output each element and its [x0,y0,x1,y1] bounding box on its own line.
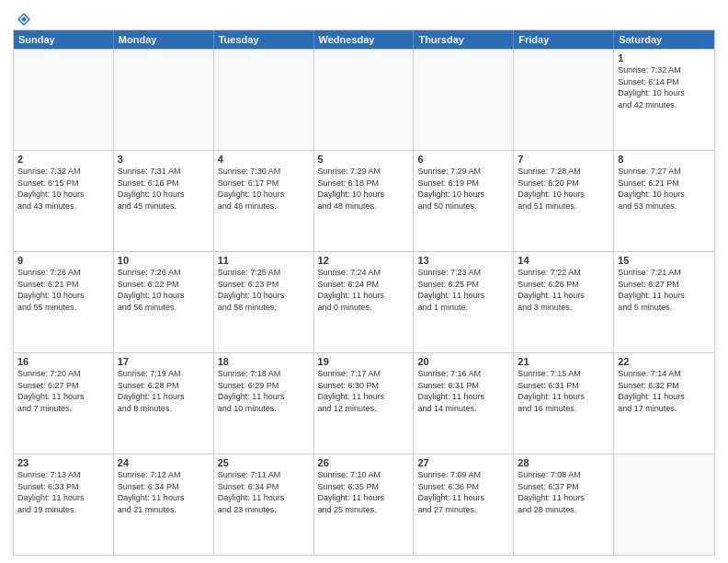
calendar-cell: 3Sunrise: 7:31 AM Sunset: 6:16 PM Daylig… [114,151,214,251]
cell-day-number: 17 [118,356,210,367]
cell-info: Sunrise: 7:26 AM Sunset: 6:21 PM Dayligh… [17,267,109,313]
cell-info: Sunrise: 7:30 AM Sunset: 6:17 PM Dayligh… [218,166,310,212]
calendar-cell [214,50,314,150]
cell-info: Sunrise: 7:29 AM Sunset: 6:18 PM Dayligh… [318,166,410,212]
weekday-header-tuesday: Tuesday [214,30,314,49]
cell-info: Sunrise: 7:23 AM Sunset: 6:25 PM Dayligh… [417,267,509,313]
calendar-cell: 9Sunrise: 7:26 AM Sunset: 6:21 PM Daylig… [14,252,114,352]
cell-day-number: 22 [618,356,711,367]
page: SundayMondayTuesdayWednesdayThursdayFrid… [0,0,728,563]
calendar-cell: 8Sunrise: 7:27 AM Sunset: 6:21 PM Daylig… [614,151,714,251]
cell-day-number: 24 [118,457,210,468]
cell-info: Sunrise: 7:19 AM Sunset: 6:28 PM Dayligh… [118,368,210,414]
calendar-cell: 1Sunrise: 7:32 AM Sunset: 6:14 PM Daylig… [614,50,714,150]
cell-day-number: 4 [218,154,310,165]
cell-day-number: 7 [518,154,609,165]
cell-info: Sunrise: 7:12 AM Sunset: 6:34 PM Dayligh… [118,469,210,515]
logo [13,11,32,24]
cell-info: Sunrise: 7:21 AM Sunset: 6:27 PM Dayligh… [618,267,711,313]
calendar-cell [114,50,214,150]
cell-info: Sunrise: 7:11 AM Sunset: 6:34 PM Dayligh… [218,469,310,515]
cell-day-number: 21 [518,356,609,367]
weekday-header-monday: Monday [114,30,214,49]
calendar-body: 1Sunrise: 7:32 AM Sunset: 6:14 PM Daylig… [14,49,714,555]
cell-info: Sunrise: 7:17 AM Sunset: 6:30 PM Dayligh… [318,368,410,414]
cell-day-number: 5 [318,154,410,165]
calendar-cell: 20Sunrise: 7:16 AM Sunset: 6:31 PM Dayli… [414,353,514,454]
calendar-cell: 27Sunrise: 7:09 AM Sunset: 6:36 PM Dayli… [414,454,514,555]
cell-info: Sunrise: 7:15 AM Sunset: 6:31 PM Dayligh… [518,368,609,414]
calendar-cell: 13Sunrise: 7:23 AM Sunset: 6:25 PM Dayli… [414,252,514,352]
calendar-cell: 21Sunrise: 7:15 AM Sunset: 6:31 PM Dayli… [514,353,614,454]
cell-info: Sunrise: 7:18 AM Sunset: 6:29 PM Dayligh… [218,368,310,414]
calendar-cell [14,50,114,150]
cell-info: Sunrise: 7:20 AM Sunset: 6:27 PM Dayligh… [17,368,109,414]
cell-info: Sunrise: 7:10 AM Sunset: 6:35 PM Dayligh… [318,469,410,515]
cell-day-number: 15 [618,255,711,266]
cell-info: Sunrise: 7:22 AM Sunset: 6:26 PM Dayligh… [518,267,609,313]
calendar-cell: 6Sunrise: 7:29 AM Sunset: 6:19 PM Daylig… [414,151,514,251]
cell-day-number: 3 [118,154,210,165]
cell-day-number: 18 [218,356,310,367]
calendar-cell: 16Sunrise: 7:20 AM Sunset: 6:27 PM Dayli… [14,353,114,454]
cell-info: Sunrise: 7:09 AM Sunset: 6:36 PM Dayligh… [417,469,509,515]
cell-day-number: 9 [17,255,109,266]
cell-info: Sunrise: 7:32 AM Sunset: 6:15 PM Dayligh… [17,166,109,212]
calendar-cell: 26Sunrise: 7:10 AM Sunset: 6:35 PM Dayli… [314,454,415,555]
cell-day-number: 10 [118,255,210,266]
cell-day-number: 8 [618,154,711,165]
cell-day-number: 19 [318,356,410,367]
calendar-cell: 11Sunrise: 7:25 AM Sunset: 6:23 PM Dayli… [214,252,314,352]
weekday-header-thursday: Thursday [414,30,514,49]
cell-day-number: 16 [17,356,109,367]
calendar-cell: 19Sunrise: 7:17 AM Sunset: 6:30 PM Dayli… [314,353,415,454]
cell-day-number: 11 [218,255,310,266]
calendar-cell: 23Sunrise: 7:13 AM Sunset: 6:33 PM Dayli… [14,454,114,555]
calendar-cell [414,50,514,150]
cell-info: Sunrise: 7:26 AM Sunset: 6:22 PM Dayligh… [118,267,210,313]
cell-day-number: 20 [417,356,509,367]
calendar-row-1: 2Sunrise: 7:32 AM Sunset: 6:15 PM Daylig… [14,150,714,251]
calendar-row-2: 9Sunrise: 7:26 AM Sunset: 6:21 PM Daylig… [14,251,714,352]
cell-day-number: 12 [318,255,410,266]
weekday-header-sunday: Sunday [14,30,114,49]
weekday-header-friday: Friday [514,30,614,49]
calendar-cell: 7Sunrise: 7:28 AM Sunset: 6:20 PM Daylig… [514,151,614,251]
calendar-cell: 15Sunrise: 7:21 AM Sunset: 6:27 PM Dayli… [614,252,714,352]
calendar-header: SundayMondayTuesdayWednesdayThursdayFrid… [14,30,714,49]
calendar-cell: 18Sunrise: 7:18 AM Sunset: 6:29 PM Dayli… [214,353,314,454]
cell-day-number: 6 [417,154,509,165]
calendar-cell: 10Sunrise: 7:26 AM Sunset: 6:22 PM Dayli… [114,252,214,352]
cell-info: Sunrise: 7:29 AM Sunset: 6:19 PM Dayligh… [417,166,509,212]
cell-day-number: 13 [417,255,509,266]
cell-day-number: 25 [218,457,310,468]
calendar-cell: 17Sunrise: 7:19 AM Sunset: 6:28 PM Dayli… [114,353,214,454]
cell-info: Sunrise: 7:24 AM Sunset: 6:24 PM Dayligh… [318,267,410,313]
calendar: SundayMondayTuesdayWednesdayThursdayFrid… [13,29,715,556]
cell-info: Sunrise: 7:13 AM Sunset: 6:33 PM Dayligh… [17,469,109,515]
logo-flag-icon [16,11,32,28]
header [13,11,715,24]
calendar-cell: 28Sunrise: 7:08 AM Sunset: 6:37 PM Dayli… [514,454,614,555]
cell-day-number: 28 [518,457,609,468]
cell-info: Sunrise: 7:25 AM Sunset: 6:23 PM Dayligh… [218,267,310,313]
cell-info: Sunrise: 7:32 AM Sunset: 6:14 PM Dayligh… [618,64,711,110]
calendar-cell: 25Sunrise: 7:11 AM Sunset: 6:34 PM Dayli… [214,454,314,555]
calendar-cell [314,50,415,150]
cell-day-number: 2 [17,154,109,165]
calendar-cell: 14Sunrise: 7:22 AM Sunset: 6:26 PM Dayli… [514,252,614,352]
calendar-cell [514,50,614,150]
calendar-cell [614,454,714,555]
calendar-row-0: 1Sunrise: 7:32 AM Sunset: 6:14 PM Daylig… [14,49,714,150]
calendar-cell: 5Sunrise: 7:29 AM Sunset: 6:18 PM Daylig… [314,151,415,251]
cell-info: Sunrise: 7:14 AM Sunset: 6:32 PM Dayligh… [618,368,711,414]
calendar-cell: 22Sunrise: 7:14 AM Sunset: 6:32 PM Dayli… [614,353,714,454]
cell-day-number: 14 [518,255,609,266]
cell-info: Sunrise: 7:08 AM Sunset: 6:37 PM Dayligh… [518,469,609,515]
cell-day-number: 23 [17,457,109,468]
calendar-cell: 24Sunrise: 7:12 AM Sunset: 6:34 PM Dayli… [114,454,214,555]
calendar-row-3: 16Sunrise: 7:20 AM Sunset: 6:27 PM Dayli… [14,352,714,454]
cell-info: Sunrise: 7:27 AM Sunset: 6:21 PM Dayligh… [618,166,711,212]
calendar-cell: 4Sunrise: 7:30 AM Sunset: 6:17 PM Daylig… [214,151,314,251]
cell-info: Sunrise: 7:16 AM Sunset: 6:31 PM Dayligh… [417,368,509,414]
